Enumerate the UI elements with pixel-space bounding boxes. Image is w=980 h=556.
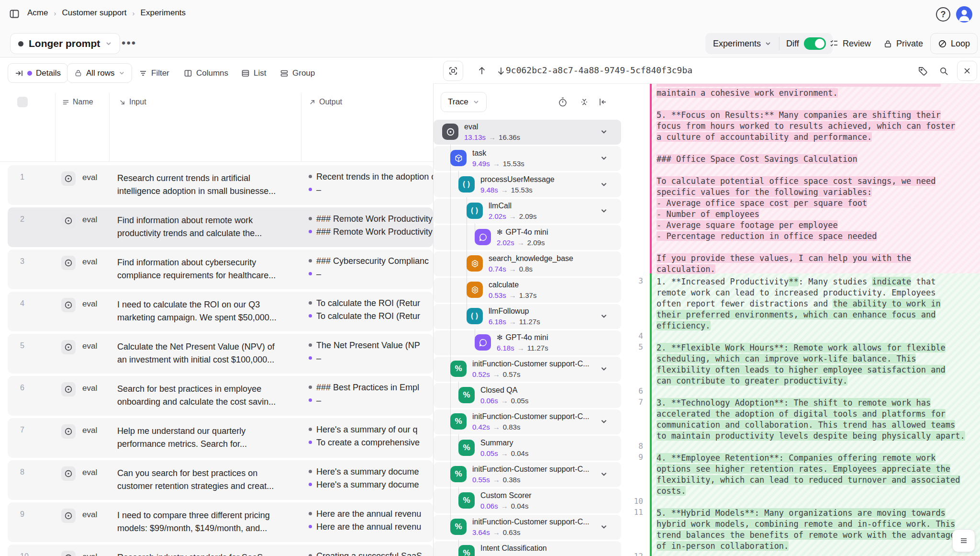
review-button[interactable]: Review — [829, 33, 871, 54]
next-row-button[interactable] — [496, 66, 506, 76]
span-duration-left: 0.05s — [480, 449, 498, 457]
span-duration-left: 13.13s — [464, 133, 486, 141]
breadcrumb: Acme › Customer support › Experiments — [27, 8, 186, 18]
view-dropdown-label: Experiments — [713, 39, 761, 49]
help-icon[interactable]: ? — [936, 7, 950, 22]
score-dot-icon — [309, 470, 312, 473]
row-name: eval — [82, 426, 97, 435]
tag-icon[interactable] — [918, 66, 928, 76]
column-header-output-label: Output — [319, 98, 342, 106]
table-row[interactable]: 1evalResearch current trends in artifici… — [8, 165, 433, 205]
sidebar-toggle-icon[interactable] — [9, 8, 20, 20]
align-left-edge-icon[interactable] — [598, 97, 608, 107]
breadcrumb-workspace[interactable]: Acme — [27, 8, 48, 18]
scroll-menu-button[interactable] — [952, 529, 975, 552]
columns-button[interactable]: Columns — [184, 63, 228, 83]
timing-icon[interactable] — [557, 97, 568, 107]
span-label: llmCall — [489, 202, 512, 210]
diff-line-number: 6 — [622, 386, 643, 396]
chevron-down-icon[interactable] — [600, 312, 608, 320]
expand-trace-button[interactable] — [443, 61, 463, 81]
arrow-right-icon: → — [506, 265, 519, 273]
breadcrumb-project[interactable]: Customer support — [62, 8, 126, 18]
chevron-down-icon[interactable] — [600, 365, 608, 373]
avatar[interactable] — [956, 6, 972, 23]
table-row[interactable]: 7evalHelp me understand our quarterlyper… — [8, 418, 433, 458]
experiment-selector[interactable]: Longer prompt — [10, 33, 120, 54]
diff-added-line: to maintain productivity levels despite … — [657, 431, 965, 442]
table-row[interactable]: 2evalFind information about remote workp… — [8, 207, 433, 247]
breadcrumb-section[interactable]: Experiments — [141, 8, 186, 18]
row-output-line: – — [309, 185, 438, 198]
table-row[interactable]: 10evalResearch industry standards for Sa… — [8, 545, 433, 556]
chevron-down-icon[interactable] — [600, 181, 608, 188]
chevron-down-icon[interactable] — [600, 418, 608, 425]
group-button[interactable]: Group — [280, 63, 315, 83]
diff-added-line: 1. **Increased Productivity**: Many stud… — [657, 276, 935, 287]
arrow-right-icon: → — [490, 476, 503, 484]
score-dot-icon — [309, 512, 312, 515]
arrow-right-icon: → — [506, 291, 519, 299]
review-label: Review — [843, 39, 871, 49]
arrow-right-icon: → — [498, 186, 511, 194]
select-all-checkbox[interactable] — [17, 97, 28, 107]
row-number: 10 — [20, 552, 29, 556]
diff-removed-line: - Average square footage per employee — [657, 220, 838, 231]
chevron-down-icon[interactable] — [600, 128, 608, 136]
table-row[interactable]: 3evalFind information about cybersecurit… — [8, 250, 433, 289]
row-number: 6 — [20, 384, 24, 392]
arrow-up-right-icon — [309, 99, 316, 106]
span-label: ✻GPT-4o mini — [497, 228, 548, 237]
collapse-spans-icon[interactable] — [579, 97, 590, 107]
search-icon[interactable] — [939, 66, 949, 76]
details-label: Details — [36, 68, 61, 78]
rows-filter-dropdown[interactable]: All rows — [67, 63, 132, 83]
chevron-down-icon — [119, 70, 125, 76]
details-button[interactable]: Details — [8, 63, 68, 83]
chevron-down-icon[interactable] — [600, 207, 608, 215]
private-button[interactable]: Private — [883, 33, 923, 54]
openai-logo-icon: ✻ — [497, 228, 503, 236]
trace-view-label: Trace — [448, 97, 468, 107]
trace-view-dropdown[interactable]: Trace — [441, 92, 487, 112]
diff-added-line: often report fewer distractions and the … — [657, 298, 941, 309]
filter-button[interactable]: Filter — [139, 63, 169, 83]
row-output-line: – — [309, 396, 438, 408]
span-label: eval — [464, 123, 478, 131]
score-dot-icon — [309, 398, 312, 402]
column-header-name[interactable]: Name — [62, 98, 93, 106]
text-align-icon — [62, 99, 69, 106]
chevron-down-icon[interactable] — [600, 523, 608, 531]
column-header-output[interactable]: Output — [309, 98, 342, 106]
diff-removed-line: calculation. — [657, 264, 715, 275]
view-dropdown[interactable]: Experiments — [705, 39, 779, 49]
table-row[interactable]: 9evalI need to compare three different p… — [8, 502, 433, 542]
more-actions-button[interactable]: ••• — [122, 36, 136, 50]
span-duration-left: 0.06s — [480, 502, 498, 510]
loop-label: Loop — [951, 39, 970, 49]
span-label: llmFollowup — [489, 307, 529, 316]
eval-icon — [61, 171, 76, 186]
trace-span-row[interactable] — [434, 120, 621, 145]
span-duration-right: 2.09s — [519, 212, 537, 220]
arrow-to-bar-icon — [15, 69, 23, 78]
chevron-down-icon[interactable] — [600, 470, 608, 478]
list-button[interactable]: List — [241, 63, 266, 83]
close-panel-button[interactable] — [957, 61, 977, 81]
row-input: I need to compare three different pricin… — [117, 509, 304, 535]
row-number: 5 — [20, 341, 24, 350]
trace-id: 9c062bc2-a8c7-4a88-9749-5cf840f3c9ba — [506, 65, 692, 75]
row-output-line: ### Best Practices in Empl — [309, 383, 438, 396]
loop-button[interactable]: Loop — [930, 33, 978, 54]
eval-icon — [61, 551, 76, 556]
lock-icon — [883, 39, 892, 48]
diff-toggle[interactable] — [804, 37, 826, 50]
table-row[interactable]: 8evalCan you search for best practices o… — [8, 460, 433, 500]
column-header-input[interactable]: Input — [119, 98, 146, 106]
table-row[interactable]: 5evalCalculate the Net Present Value (NP… — [8, 334, 433, 374]
table-row[interactable]: 4evalI need to calculate the ROI on our … — [8, 292, 433, 331]
span-label: Intent Classification — [480, 544, 547, 553]
previous-row-button[interactable] — [477, 66, 487, 76]
chevron-down-icon[interactable] — [600, 154, 608, 162]
table-row[interactable]: 6evalSearch for best practices in employ… — [8, 376, 433, 416]
